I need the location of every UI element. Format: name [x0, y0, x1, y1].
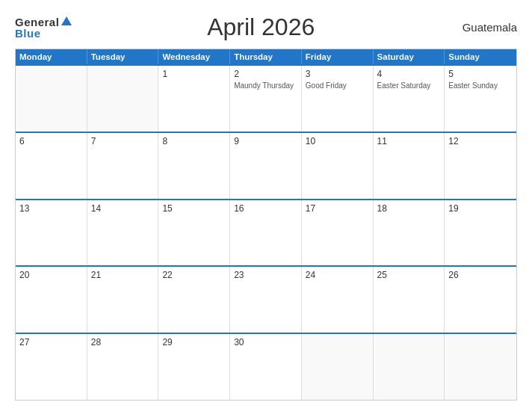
week-row-5: 27282930: [16, 333, 516, 400]
calendar-cell-w3-d1: 13: [16, 200, 87, 266]
holiday-label: Good Friday: [306, 81, 347, 90]
day-number: 24: [306, 270, 369, 280]
calendar-cell-w5-d6: [374, 334, 445, 400]
calendar-cell-w3-d2: 14: [87, 200, 159, 266]
week-row-4: 20212223242526: [16, 265, 516, 333]
day-number: 15: [162, 203, 226, 214]
page-header: General Blue April 2026 Guatemala: [15, 13, 517, 41]
header-thursday: Thursday: [230, 49, 302, 64]
day-number: 7: [91, 136, 155, 146]
day-number: 21: [91, 270, 155, 280]
calendar-cell-w1-d7: 5Easter Sunday: [445, 66, 516, 132]
calendar-cell-w4-d2: 21: [87, 267, 159, 333]
country-label: Guatemala: [450, 21, 517, 34]
header-saturday: Saturday: [374, 49, 445, 64]
calendar-cell-w4-d5: 24: [302, 267, 374, 333]
calendar-cell-w2-d3: 8: [158, 133, 230, 199]
calendar-cell-w5-d1: 27: [16, 334, 87, 400]
day-number: 25: [377, 270, 441, 280]
week-row-3: 13141516171819: [16, 199, 516, 266]
day-number: 26: [448, 270, 513, 280]
calendar-cell-w5-d2: 28: [87, 334, 159, 400]
header-friday: Friday: [302, 49, 374, 64]
calendar-cell-w5-d7: [445, 334, 516, 400]
day-number: 28: [91, 337, 155, 347]
day-number: 29: [162, 337, 226, 347]
header-tuesday: Tuesday: [87, 49, 159, 64]
calendar-cell-w1-d2: [87, 66, 159, 132]
calendar-cell-w3-d6: 18: [374, 200, 445, 266]
day-number: 22: [162, 270, 226, 280]
calendar-cell-w2-d1: 6: [16, 133, 87, 199]
day-number: 4: [377, 69, 441, 79]
calendar-cell-w1-d1: [16, 66, 87, 132]
header-sunday: Sunday: [445, 49, 516, 64]
calendar-cell-w2-d4: 9: [230, 133, 302, 199]
logo-blue-text: Blue: [15, 28, 41, 39]
calendar-page: General Blue April 2026 Guatemala Monday…: [0, 0, 532, 411]
page-title: April 2026: [72, 13, 450, 41]
calendar-cell-w1-d3: 1: [158, 66, 230, 132]
calendar-header: Monday Tuesday Wednesday Thursday Friday…: [16, 49, 516, 64]
holiday-label: Maundy Thursday: [234, 81, 294, 90]
week-row-2: 6789101112: [16, 132, 516, 199]
calendar-cell-w4-d6: 25: [374, 267, 445, 333]
holiday-label: Easter Saturday: [377, 81, 431, 90]
logo: General Blue: [15, 16, 72, 39]
calendar-body: 12Maundy Thursday3Good Friday4Easter Sat…: [16, 64, 516, 400]
calendar-cell-w5-d4: 30: [230, 334, 302, 400]
week-row-1: 12Maundy Thursday3Good Friday4Easter Sat…: [16, 64, 516, 132]
calendar-cell-w1-d6: 4Easter Saturday: [374, 66, 445, 132]
calendar-cell-w2-d2: 7: [87, 133, 159, 199]
header-wednesday: Wednesday: [158, 49, 230, 64]
day-number: 6: [19, 136, 83, 146]
calendar-cell-w3-d4: 16: [230, 200, 302, 266]
calendar-cell-w3-d7: 19: [445, 200, 516, 266]
calendar-cell-w1-d5: 3Good Friday: [302, 66, 374, 132]
day-number: 13: [19, 203, 83, 214]
day-number: 17: [306, 203, 369, 214]
day-number: 18: [377, 203, 441, 214]
day-number: 16: [234, 203, 297, 214]
calendar-cell-w4-d4: 23: [230, 267, 302, 333]
day-number: 27: [19, 337, 83, 347]
holiday-label: Easter Sunday: [448, 81, 498, 90]
logo-triangle-icon: [61, 16, 72, 25]
logo-general-text: General: [15, 16, 59, 28]
day-number: 20: [19, 270, 83, 280]
header-monday: Monday: [16, 49, 87, 64]
day-number: 30: [234, 337, 297, 347]
day-number: 10: [306, 136, 369, 146]
calendar-cell-w2-d5: 10: [302, 133, 374, 199]
calendar-cell-w4-d7: 26: [445, 267, 516, 333]
day-number: 5: [448, 69, 513, 79]
calendar-cell-w2-d7: 12: [445, 133, 516, 199]
calendar-cell-w3-d5: 17: [302, 200, 374, 266]
calendar-cell-w5-d5: [302, 334, 374, 400]
calendar-cell-w4-d3: 22: [158, 267, 230, 333]
day-number: 3: [306, 69, 369, 79]
calendar-cell-w1-d4: 2Maundy Thursday: [230, 66, 302, 132]
calendar-cell-w3-d3: 15: [158, 200, 230, 266]
day-number: 2: [234, 69, 297, 79]
day-number: 19: [448, 203, 513, 214]
calendar-cell-w5-d3: 29: [158, 334, 230, 400]
day-number: 23: [234, 270, 297, 280]
day-number: 8: [162, 136, 226, 146]
day-number: 1: [162, 69, 226, 79]
calendar-grid: Monday Tuesday Wednesday Thursday Friday…: [15, 49, 517, 401]
calendar-cell-w2-d6: 11: [374, 133, 445, 199]
day-number: 9: [234, 136, 297, 146]
day-number: 14: [91, 203, 155, 214]
day-number: 12: [448, 136, 513, 146]
calendar-cell-w4-d1: 20: [16, 267, 87, 333]
day-number: 11: [377, 136, 441, 146]
